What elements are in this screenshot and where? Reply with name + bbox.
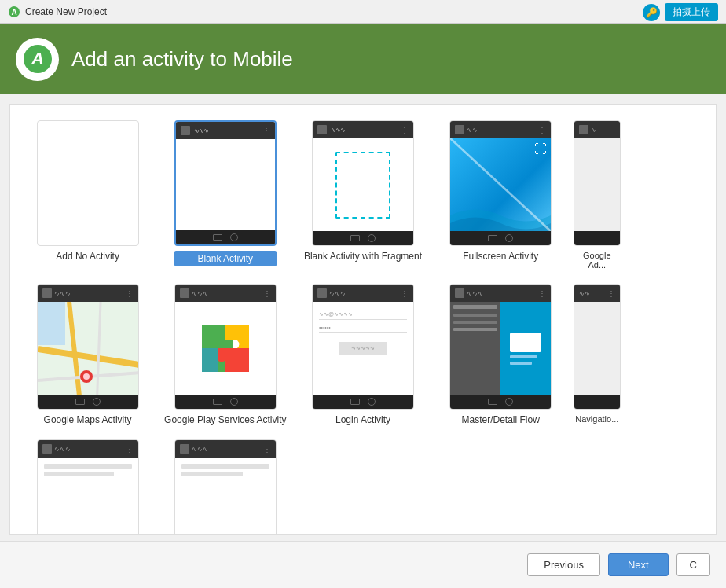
- activity-google-ad[interactable]: ∿ Google Ad...: [574, 117, 621, 273]
- puzzle-icon: [198, 321, 253, 376]
- detail-panel: [500, 302, 551, 395]
- detail-card: [510, 333, 541, 352]
- bf-phone-body: [313, 138, 413, 231]
- master-detail-thumbnail: ∿∿∿ ⋮: [449, 284, 552, 410]
- google-ad-thumbnail: ∿: [574, 120, 621, 246]
- no-activity-thumbnail: [37, 120, 139, 246]
- play-phone-bottom: [175, 395, 276, 409]
- title-bar-upload-area: 🔑 拍摄上传: [643, 3, 718, 21]
- login-phone-top: ∿∿∿ ⋮: [313, 285, 413, 302]
- title-bar-title: Create New Project: [25, 6, 107, 17]
- partial2-thumbnail: ∿∿∿ ⋮: [174, 439, 277, 535]
- activity-blank-fragment[interactable]: ∿∿∿ ⋮ Blank Activity with Fragment: [298, 117, 427, 273]
- maps-phone-top: ∿∿∿ ⋮: [38, 285, 138, 302]
- nav-label: Navigatio...: [575, 414, 618, 424]
- no-activity-label: Add No Activity: [56, 251, 119, 262]
- dashed-rectangle: [336, 152, 390, 219]
- svg-text:A: A: [31, 49, 44, 68]
- activity-login[interactable]: ∿∿∿ ⋮ ∿∿@∿∿∿∿ •••••• ∿∿∿∿∿ Login Activit…: [298, 281, 427, 428]
- play-thumbnail: ∿∿∿ ⋮: [174, 284, 277, 410]
- page-title: Add an activity to Mobile: [72, 47, 293, 72]
- login-phone-body: ∿∿@∿∿∿∿ •••••• ∿∿∿∿∿: [313, 302, 413, 395]
- diagonal-line: [450, 138, 551, 231]
- fullscreen-thumbnail: ∿∿ ⋮ ⛶: [449, 120, 552, 246]
- fs-phone-body: ⛶: [450, 138, 551, 231]
- activity-partial-1[interactable]: ∿∿∿ ⋮: [23, 436, 152, 535]
- activity-no-activity[interactable]: Add No Activity: [23, 117, 152, 273]
- login-sign-in-btn: ∿∿∿∿∿: [339, 342, 387, 355]
- map-svg: [38, 302, 138, 395]
- upload-key-icon: 🔑: [643, 4, 660, 21]
- p1-phone-top: ∿∿∿ ⋮: [38, 440, 138, 458]
- title-bar-icon: A: [8, 6, 20, 18]
- activity-google-play[interactable]: ∿∿∿ ⋮ Google Play Servi: [160, 281, 290, 428]
- maps-phone-body: [38, 302, 138, 395]
- phone-home-btn: [230, 233, 238, 241]
- previous-button[interactable]: Previous: [527, 553, 600, 576]
- maps-phone-bottom: [38, 395, 138, 409]
- svg-text:A: A: [11, 8, 16, 17]
- master-detail-label: Master/Detail Flow: [462, 414, 540, 425]
- login-password-field: ••••••: [319, 325, 407, 333]
- blank-fragment-thumbnail: ∿∿∿ ⋮: [312, 120, 414, 246]
- blank-fragment-label: Blank Activity with Fragment: [304, 251, 422, 262]
- svg-line-4: [450, 138, 551, 231]
- md-phone-body: [450, 302, 551, 395]
- phone-wavy-lines: ∿∿∿: [194, 127, 208, 134]
- activity-blank[interactable]: ∿∿∿ ⋮ Blank Activity: [160, 117, 290, 273]
- header: A Add an activity to Mobile: [0, 24, 726, 94]
- master-list-panel: [450, 302, 500, 395]
- fs-phone-bottom: [450, 231, 551, 245]
- phone-menu-icon: ⋮: [262, 127, 270, 135]
- activity-navigation[interactable]: ∿∿ ⋮ Navigatio...: [574, 281, 621, 428]
- google-ad-body: [574, 138, 620, 231]
- p2-phone-top: ∿∿∿ ⋮: [175, 440, 276, 458]
- activity-google-maps[interactable]: ∿∿∿ ⋮: [23, 281, 152, 428]
- google-ad-label: Google Ad...: [577, 251, 618, 270]
- activity-partial-2[interactable]: ∿∿∿ ⋮: [160, 436, 290, 535]
- partial1-thumbnail: ∿∿∿ ⋮: [37, 439, 139, 535]
- login-thumbnail: ∿∿∿ ⋮ ∿∿@∿∿∿∿ •••••• ∿∿∿∿∿: [312, 284, 414, 410]
- fs-phone-top: ∿∿ ⋮: [450, 121, 551, 138]
- svg-rect-10: [38, 302, 65, 345]
- phone-top-bar: ∿∿∿ ⋮: [176, 122, 275, 139]
- activity-grid: Add No Activity ∿∿∿ ⋮ Blank Activity: [23, 117, 703, 535]
- phone-square-icon: [181, 126, 190, 135]
- footer: Previous Next C: [0, 541, 726, 588]
- phone-bottom-bar: [176, 230, 275, 244]
- play-phone-top: ∿∿∿ ⋮: [175, 285, 276, 302]
- activity-fullscreen[interactable]: ∿∿ ⋮ ⛶: [436, 117, 566, 273]
- maps-label: Google Maps Activity: [44, 414, 132, 425]
- md-phone-bottom: [450, 395, 551, 409]
- nav-thumbnail: ∿∿ ⋮: [574, 284, 621, 410]
- blank-activity-thumbnail: ∿∿∿ ⋮: [174, 120, 277, 246]
- play-phone-body: [175, 302, 276, 395]
- login-email-field: ∿∿@∿∿∿∿: [319, 311, 407, 320]
- play-label: Google Play Services Activity: [164, 414, 286, 425]
- activity-master-detail[interactable]: ∿∿∿ ⋮: [436, 281, 566, 428]
- login-label: Login Activity: [336, 414, 390, 425]
- maps-thumbnail: ∿∿∿ ⋮: [37, 284, 139, 410]
- svg-point-12: [83, 373, 90, 380]
- title-bar: A Create New Project 🔑 拍摄上传: [0, 0, 726, 24]
- activity-grid-container: Add No Activity ∿∿∿ ⋮ Blank Activity: [9, 104, 717, 535]
- md-phone-top: ∿∿∿ ⋮: [450, 285, 551, 302]
- login-phone-bottom: [313, 395, 413, 409]
- cancel-button[interactable]: C: [676, 553, 710, 576]
- bf-phone-top: ∿∿∿ ⋮: [313, 121, 413, 138]
- bf-phone-bottom: [313, 231, 413, 245]
- blank-activity-label: Blank Activity: [174, 251, 277, 266]
- upload-button[interactable]: 拍摄上传: [665, 3, 718, 21]
- partial1-body: [38, 458, 138, 535]
- nav-body: [574, 302, 620, 395]
- next-button[interactable]: Next: [608, 553, 669, 576]
- fullscreen-label: Fullscreen Activity: [463, 251, 538, 262]
- partial2-body: [175, 458, 276, 535]
- blank-phone-body: [176, 139, 275, 230]
- android-studio-logo: A: [16, 38, 59, 81]
- phone-back-btn: [213, 234, 222, 241]
